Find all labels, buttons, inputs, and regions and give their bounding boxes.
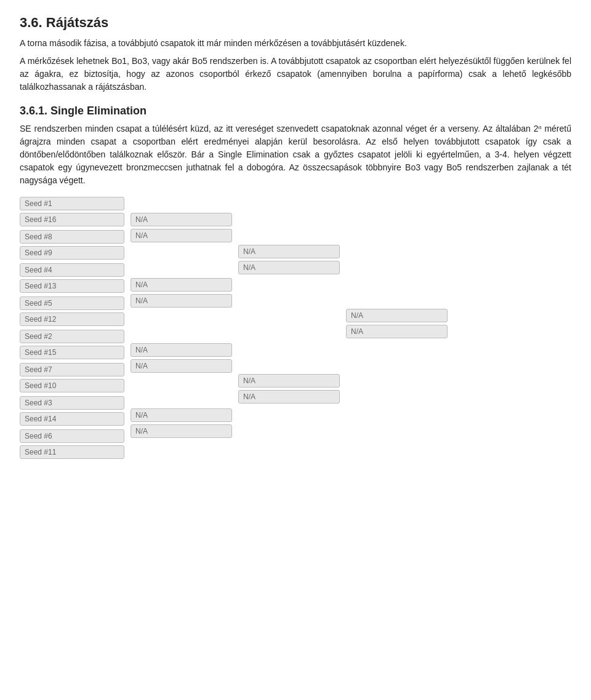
r3-match-1: N/AN/A [238, 245, 340, 274]
seed-slot: Seed #15 [20, 346, 124, 359]
bracket-container: Seed #1Seed #16Seed #8Seed #9Seed #4Seed… [20, 197, 571, 459]
round-4: N/AN/A [346, 197, 448, 338]
seed-slot: Seed #9 [20, 246, 124, 260]
seed-slot: Seed #14 [20, 412, 124, 426]
paragraph-2: A mérkőzések lehetnek Bo1, Bo3, vagy aká… [20, 55, 571, 93]
seed-slot: Seed #11 [20, 445, 124, 459]
r3-slot: N/A [238, 390, 340, 404]
sub-heading: 3.6.1. Single Elimination [20, 105, 571, 117]
r4-slot: N/A [346, 309, 448, 322]
r4-match-1: N/AN/A [346, 309, 448, 338]
r2-match-2: N/AN/A [131, 278, 232, 308]
page-heading: 3.6. Rájátszás [20, 15, 571, 31]
paragraph-3: SE rendszerben minden csapat a túlélésér… [20, 122, 571, 187]
r4-slot: N/A [346, 325, 448, 338]
seed-slot: Seed #13 [20, 279, 124, 293]
round-1: Seed #1Seed #16Seed #8Seed #9Seed #4Seed… [20, 197, 124, 459]
r3-slot: N/A [238, 374, 340, 388]
seed-slot: Seed #7 [20, 363, 124, 376]
r3-slot: N/A [238, 245, 340, 258]
r1-match-1: Seed #1Seed #16 [20, 197, 124, 226]
r2-slot: N/A [131, 213, 232, 226]
seed-slot: Seed #4 [20, 263, 124, 277]
seed-slot: Seed #12 [20, 312, 124, 326]
r2-slot: N/A [131, 408, 232, 422]
r1-match-6: Seed #7Seed #10 [20, 363, 124, 392]
r2-slot: N/A [131, 294, 232, 308]
round-3: N/AN/AN/AN/A [238, 197, 340, 404]
r1-match-5: Seed #2Seed #15 [20, 330, 124, 359]
seed-slot: Seed #5 [20, 296, 124, 310]
seed-slot: Seed #3 [20, 396, 124, 410]
seed-slot: Seed #2 [20, 330, 124, 343]
r2-match-1: N/AN/A [131, 213, 232, 242]
seed-slot: Seed #8 [20, 230, 124, 244]
r1-match-8: Seed #6Seed #11 [20, 429, 124, 459]
r3-match-2: N/AN/A [238, 374, 340, 404]
r2-slot: N/A [131, 278, 232, 292]
r3-slot: N/A [238, 261, 340, 274]
seed-slot: Seed #16 [20, 213, 124, 226]
r2-slot: N/A [131, 359, 232, 373]
r2-slot: N/A [131, 343, 232, 357]
seed-slot: Seed #10 [20, 379, 124, 392]
r2-slot: N/A [131, 424, 232, 438]
r1-match-4: Seed #5Seed #12 [20, 296, 124, 326]
r2-match-4: N/AN/A [131, 408, 232, 438]
r1-match-3: Seed #4Seed #13 [20, 263, 124, 293]
r2-slot: N/A [131, 229, 232, 242]
paragraph-1: A torna második fázisa, a továbbjutó csa… [20, 37, 571, 50]
r1-match-7: Seed #3Seed #14 [20, 396, 124, 426]
round-2: N/AN/AN/AN/AN/AN/AN/AN/A [131, 197, 232, 438]
r1-match-2: Seed #8Seed #9 [20, 230, 124, 260]
r2-match-3: N/AN/A [131, 343, 232, 373]
seed-slot: Seed #6 [20, 429, 124, 443]
seed-slot: Seed #1 [20, 197, 124, 210]
